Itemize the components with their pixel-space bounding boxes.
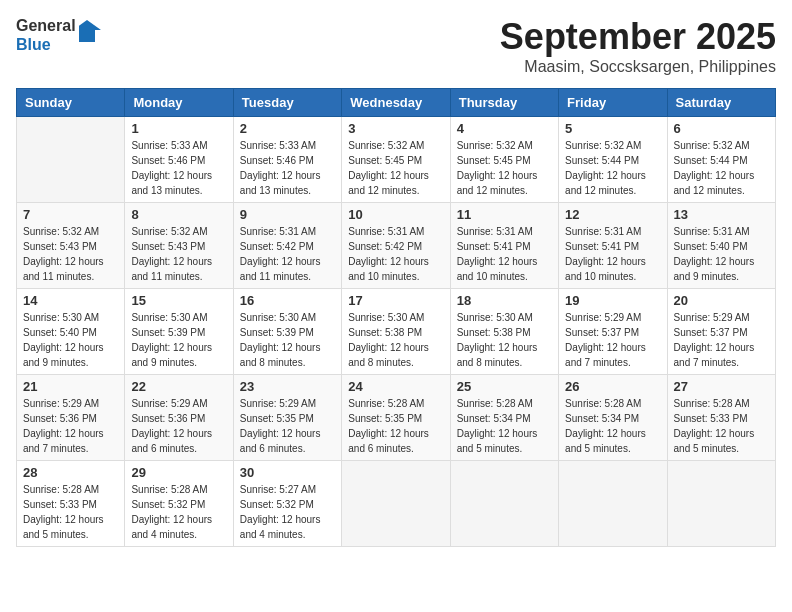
day-header-monday: Monday: [125, 89, 233, 117]
day-info: Sunrise: 5:28 AMSunset: 5:33 PMDaylight:…: [23, 482, 118, 542]
day-info: Sunrise: 5:28 AMSunset: 5:32 PMDaylight:…: [131, 482, 226, 542]
calendar-cell: 29 Sunrise: 5:28 AMSunset: 5:32 PMDaylig…: [125, 461, 233, 547]
day-info: Sunrise: 5:31 AMSunset: 5:41 PMDaylight:…: [457, 224, 552, 284]
calendar-cell: 4 Sunrise: 5:32 AMSunset: 5:45 PMDayligh…: [450, 117, 558, 203]
day-info: Sunrise: 5:32 AMSunset: 5:43 PMDaylight:…: [23, 224, 118, 284]
day-header-tuesday: Tuesday: [233, 89, 341, 117]
day-info: Sunrise: 5:31 AMSunset: 5:40 PMDaylight:…: [674, 224, 769, 284]
day-info: Sunrise: 5:29 AMSunset: 5:37 PMDaylight:…: [674, 310, 769, 370]
calendar-table: SundayMondayTuesdayWednesdayThursdayFrid…: [16, 88, 776, 547]
calendar-cell: 7 Sunrise: 5:32 AMSunset: 5:43 PMDayligh…: [17, 203, 125, 289]
calendar-cell: 5 Sunrise: 5:32 AMSunset: 5:44 PMDayligh…: [559, 117, 667, 203]
day-info: Sunrise: 5:31 AMSunset: 5:41 PMDaylight:…: [565, 224, 660, 284]
calendar-cell: 13 Sunrise: 5:31 AMSunset: 5:40 PMDaylig…: [667, 203, 775, 289]
day-number: 25: [457, 379, 552, 394]
calendar-cell: [450, 461, 558, 547]
day-number: 2: [240, 121, 335, 136]
calendar-cell: 11 Sunrise: 5:31 AMSunset: 5:41 PMDaylig…: [450, 203, 558, 289]
day-info: Sunrise: 5:28 AMSunset: 5:34 PMDaylight:…: [565, 396, 660, 456]
day-info: Sunrise: 5:32 AMSunset: 5:44 PMDaylight:…: [565, 138, 660, 198]
calendar-cell: 14 Sunrise: 5:30 AMSunset: 5:40 PMDaylig…: [17, 289, 125, 375]
day-number: 4: [457, 121, 552, 136]
calendar-cell: 24 Sunrise: 5:28 AMSunset: 5:35 PMDaylig…: [342, 375, 450, 461]
calendar-cell: 17 Sunrise: 5:30 AMSunset: 5:38 PMDaylig…: [342, 289, 450, 375]
calendar-cell: 23 Sunrise: 5:29 AMSunset: 5:35 PMDaylig…: [233, 375, 341, 461]
month-title: September 2025: [500, 16, 776, 58]
day-header-friday: Friday: [559, 89, 667, 117]
calendar-cell: [342, 461, 450, 547]
day-info: Sunrise: 5:30 AMSunset: 5:38 PMDaylight:…: [348, 310, 443, 370]
day-number: 28: [23, 465, 118, 480]
day-number: 12: [565, 207, 660, 222]
day-number: 14: [23, 293, 118, 308]
day-info: Sunrise: 5:29 AMSunset: 5:37 PMDaylight:…: [565, 310, 660, 370]
day-number: 15: [131, 293, 226, 308]
day-number: 19: [565, 293, 660, 308]
day-header-saturday: Saturday: [667, 89, 775, 117]
day-header-thursday: Thursday: [450, 89, 558, 117]
day-number: 9: [240, 207, 335, 222]
day-number: 18: [457, 293, 552, 308]
calendar-cell: [667, 461, 775, 547]
day-info: Sunrise: 5:29 AMSunset: 5:36 PMDaylight:…: [131, 396, 226, 456]
logo: GeneralBlue: [16, 16, 101, 54]
calendar-cell: [17, 117, 125, 203]
day-number: 13: [674, 207, 769, 222]
day-number: 24: [348, 379, 443, 394]
calendar-cell: 12 Sunrise: 5:31 AMSunset: 5:41 PMDaylig…: [559, 203, 667, 289]
day-number: 3: [348, 121, 443, 136]
location-subtitle: Maasim, Soccsksargen, Philippines: [500, 58, 776, 76]
day-number: 6: [674, 121, 769, 136]
day-info: Sunrise: 5:33 AMSunset: 5:46 PMDaylight:…: [240, 138, 335, 198]
day-info: Sunrise: 5:32 AMSunset: 5:44 PMDaylight:…: [674, 138, 769, 198]
day-info: Sunrise: 5:27 AMSunset: 5:32 PMDaylight:…: [240, 482, 335, 542]
calendar-cell: 22 Sunrise: 5:29 AMSunset: 5:36 PMDaylig…: [125, 375, 233, 461]
calendar-cell: 8 Sunrise: 5:32 AMSunset: 5:43 PMDayligh…: [125, 203, 233, 289]
logo-text: GeneralBlue: [16, 16, 76, 54]
day-info: Sunrise: 5:32 AMSunset: 5:45 PMDaylight:…: [457, 138, 552, 198]
day-number: 21: [23, 379, 118, 394]
day-info: Sunrise: 5:30 AMSunset: 5:40 PMDaylight:…: [23, 310, 118, 370]
calendar-cell: 15 Sunrise: 5:30 AMSunset: 5:39 PMDaylig…: [125, 289, 233, 375]
day-info: Sunrise: 5:28 AMSunset: 5:33 PMDaylight:…: [674, 396, 769, 456]
day-number: 30: [240, 465, 335, 480]
calendar-cell: 26 Sunrise: 5:28 AMSunset: 5:34 PMDaylig…: [559, 375, 667, 461]
calendar-cell: 25 Sunrise: 5:28 AMSunset: 5:34 PMDaylig…: [450, 375, 558, 461]
title-section: September 2025 Maasim, Soccsksargen, Phi…: [500, 16, 776, 76]
calendar-cell: 18 Sunrise: 5:30 AMSunset: 5:38 PMDaylig…: [450, 289, 558, 375]
day-info: Sunrise: 5:33 AMSunset: 5:46 PMDaylight:…: [131, 138, 226, 198]
day-info: Sunrise: 5:30 AMSunset: 5:39 PMDaylight:…: [240, 310, 335, 370]
day-number: 23: [240, 379, 335, 394]
day-number: 17: [348, 293, 443, 308]
day-number: 22: [131, 379, 226, 394]
day-info: Sunrise: 5:31 AMSunset: 5:42 PMDaylight:…: [240, 224, 335, 284]
calendar-cell: 6 Sunrise: 5:32 AMSunset: 5:44 PMDayligh…: [667, 117, 775, 203]
calendar-cell: 27 Sunrise: 5:28 AMSunset: 5:33 PMDaylig…: [667, 375, 775, 461]
calendar-cell: 9 Sunrise: 5:31 AMSunset: 5:42 PMDayligh…: [233, 203, 341, 289]
day-header-sunday: Sunday: [17, 89, 125, 117]
day-info: Sunrise: 5:28 AMSunset: 5:35 PMDaylight:…: [348, 396, 443, 456]
day-number: 5: [565, 121, 660, 136]
day-number: 27: [674, 379, 769, 394]
day-number: 11: [457, 207, 552, 222]
day-info: Sunrise: 5:30 AMSunset: 5:38 PMDaylight:…: [457, 310, 552, 370]
day-number: 20: [674, 293, 769, 308]
day-info: Sunrise: 5:30 AMSunset: 5:39 PMDaylight:…: [131, 310, 226, 370]
day-number: 16: [240, 293, 335, 308]
calendar-cell: 1 Sunrise: 5:33 AMSunset: 5:46 PMDayligh…: [125, 117, 233, 203]
day-number: 26: [565, 379, 660, 394]
calendar-cell: 16 Sunrise: 5:30 AMSunset: 5:39 PMDaylig…: [233, 289, 341, 375]
calendar-cell: 10 Sunrise: 5:31 AMSunset: 5:42 PMDaylig…: [342, 203, 450, 289]
calendar-cell: 28 Sunrise: 5:28 AMSunset: 5:33 PMDaylig…: [17, 461, 125, 547]
day-info: Sunrise: 5:32 AMSunset: 5:45 PMDaylight:…: [348, 138, 443, 198]
logo-arrow-icon: [79, 20, 101, 42]
calendar-cell: 19 Sunrise: 5:29 AMSunset: 5:37 PMDaylig…: [559, 289, 667, 375]
calendar-cell: 30 Sunrise: 5:27 AMSunset: 5:32 PMDaylig…: [233, 461, 341, 547]
calendar-cell: [559, 461, 667, 547]
calendar-cell: 2 Sunrise: 5:33 AMSunset: 5:46 PMDayligh…: [233, 117, 341, 203]
day-info: Sunrise: 5:31 AMSunset: 5:42 PMDaylight:…: [348, 224, 443, 284]
day-info: Sunrise: 5:29 AMSunset: 5:35 PMDaylight:…: [240, 396, 335, 456]
day-number: 8: [131, 207, 226, 222]
svg-marker-0: [79, 20, 101, 42]
day-number: 10: [348, 207, 443, 222]
